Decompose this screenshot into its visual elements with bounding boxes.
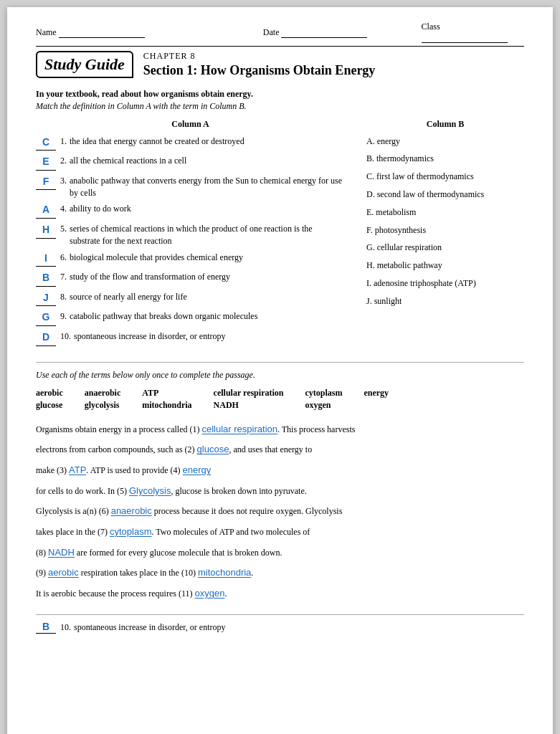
bottom-section: B 10. spontaneous increase in disorder, … xyxy=(36,614,524,634)
item-text-3: anabolic pathway that converts energy fr… xyxy=(70,175,345,199)
passage-s4-before: for cells to do work. In (5) xyxy=(36,486,129,496)
passage-instruction: Use each of the terms below only once to… xyxy=(36,370,524,381)
passage-text: Organisms obtain energy in a process cal… xyxy=(36,421,524,439)
passage-s2-before: electrons from carbon compounds, such as… xyxy=(36,444,197,454)
word-nadh: NADH xyxy=(214,400,284,411)
answer-4: A xyxy=(36,203,56,219)
col-b-item-c: C. first law of thermodynamics xyxy=(366,171,524,183)
item-text-7: study of the flow and transformation of … xyxy=(70,271,345,283)
passage-s5-after: process because it does not require oxyg… xyxy=(152,506,343,516)
item-num-8: 8. xyxy=(60,291,67,303)
list-item: H 5. series of chemical reactions in whi… xyxy=(36,223,345,247)
instruction-italic: Match the definition in Column A with th… xyxy=(36,101,524,112)
study-guide-box: Study Guide xyxy=(36,51,133,78)
item-num-5: 5. xyxy=(60,223,67,235)
item-text-10: spontaneous increase in disorder, or ent… xyxy=(74,330,345,343)
word-mitochondria: mitochondria xyxy=(142,400,191,411)
name-field: Name xyxy=(36,27,242,38)
item-num-9: 9. xyxy=(60,310,67,323)
name-label: Name xyxy=(36,27,57,37)
title-section: Study Guide CHAPTER 8 Section 1: How Org… xyxy=(36,51,524,79)
list-item: F 3. anabolic pathway that converts ener… xyxy=(36,175,345,199)
bottom-answer: B xyxy=(36,621,56,634)
passage-s6-before: takes place in the (7) xyxy=(36,527,110,537)
col-b-item-j: J. sunlight xyxy=(366,295,524,308)
passage-s3-before: make (3) xyxy=(36,465,69,475)
column-a-header: Column A xyxy=(36,119,345,130)
bottom-text: spontaneous increase in disorder, or ent… xyxy=(74,622,225,633)
study-guide-label: Study Guide xyxy=(44,55,125,73)
col-b-item-f: F. photosynthesis xyxy=(366,224,524,237)
passage-s8-mid: respiration takes place in the (10) xyxy=(79,568,198,578)
word-cytoplasm: cytoplasm xyxy=(305,388,342,399)
column-a: Column A C 1. the idea that energy canno… xyxy=(36,119,352,351)
answer-7: B xyxy=(36,271,56,287)
item-num-3: 3. xyxy=(60,175,67,187)
word-bank-col-2: anaerobic glycolysis xyxy=(85,388,120,411)
date-label: Date xyxy=(263,27,280,37)
item-text-6: biological molecule that provides chemic… xyxy=(70,252,345,264)
columns-container: Column A C 1. the idea that energy canno… xyxy=(36,119,524,351)
col-b-item-b: B. thermodynamics xyxy=(366,153,524,165)
word-glucose: glucose xyxy=(36,400,63,411)
word-bank-col-5: cytoplasm oxygen xyxy=(305,388,342,411)
passage-text-2: electrons from carbon compounds, such as… xyxy=(36,441,524,459)
passage-s1-before: Organisms obtain energy in a process cal… xyxy=(36,424,202,434)
column-b: Column B A. energy B. thermodynamics C. … xyxy=(352,119,524,351)
passage-s6-after: . Two molecules of ATP and two molecules… xyxy=(152,527,310,537)
answer-8: J xyxy=(36,291,56,307)
passage-answer-5: Glycolysis xyxy=(129,485,171,496)
word-energy: energy xyxy=(364,388,389,399)
passage-s3-mid: . ATP is used to provide (4) xyxy=(86,465,182,475)
word-bank-col-1: aerobic glucose xyxy=(36,388,63,411)
list-item: I 6. biological molecule that provides c… xyxy=(36,252,345,267)
item-num-4: 4. xyxy=(60,203,67,215)
answer-9: G xyxy=(36,310,56,326)
passage-s7-after: are formed for every glucose molecule th… xyxy=(75,548,283,558)
passage-answer-3: ATP xyxy=(69,464,86,475)
passage-text-8: (9) aerobic respiration takes place in t… xyxy=(36,564,524,582)
col-b-item-h: H. metabolic pathway xyxy=(366,259,524,272)
word-oxygen: oxygen xyxy=(305,400,342,411)
passage-s5-before: Glycolysis is a(n) (6) xyxy=(36,506,111,516)
passage-text-5: Glycolysis is a(n) (6) anaerobic process… xyxy=(36,502,524,520)
word-cellular-respiration: cellular respiration xyxy=(214,388,284,399)
item-text-9: catabolic pathway that breaks down organ… xyxy=(70,310,345,323)
passage-s8-after: . xyxy=(251,568,253,578)
divider-1 xyxy=(36,362,524,363)
date-field: Date xyxy=(263,27,407,38)
passage-answer-4: energy xyxy=(183,464,212,475)
passage-s7-before: (8) xyxy=(36,548,48,558)
item-num-7: 7. xyxy=(60,271,67,283)
col-b-item-i: I. adenosine triphosphate (ATP) xyxy=(366,277,524,290)
section-title: Section 1: How Organisms Obtain Energy xyxy=(143,63,376,79)
answer-10: D xyxy=(36,330,56,346)
passage-answer-1: cellular respiration xyxy=(202,424,278,434)
item-text-5: series of chemical reactions in which th… xyxy=(70,223,345,247)
list-item: G 9. catabolic pathway that breaks down … xyxy=(36,310,345,326)
passage-answer-10: mitochondria xyxy=(198,567,251,578)
list-item: A 4. ability to do work xyxy=(36,203,345,219)
word-bank-col-6: energy xyxy=(364,388,389,411)
passage-answer-11: oxygen xyxy=(194,588,224,599)
answer-3: F xyxy=(36,175,56,191)
item-num-10: 10. xyxy=(60,330,71,343)
passage-s8-before: (9) xyxy=(36,568,48,578)
word-aerobic: aerobic xyxy=(36,388,63,399)
col-b-item-e: E. metabolism xyxy=(366,206,524,219)
instruction-bold: In your textbook, read about how organis… xyxy=(36,89,524,100)
chapter-title: CHAPTER 8 Section 1: How Organisms Obtai… xyxy=(143,51,376,79)
passage-answer-7: cytoplasm xyxy=(110,526,152,537)
class-field: Class xyxy=(422,22,524,43)
class-label: Class xyxy=(422,22,440,32)
answer-1: C xyxy=(36,135,56,151)
passage-answer-2: glucose xyxy=(197,444,229,454)
passage-text-3: make (3) ATP. ATP is used to provide (4)… xyxy=(36,462,524,480)
col-b-item-d: D. second law of thermodynamics xyxy=(366,189,524,201)
column-b-header: Column B xyxy=(366,119,524,130)
page: Name Date Class Study Guide CHAPTER 8 Se… xyxy=(7,7,553,734)
list-item: E 2. all the chemical reactions in a cel… xyxy=(36,155,345,171)
word-glycolysis: glycolysis xyxy=(85,400,120,411)
passage-s4-after: , glucose is broken down into pyruvate. xyxy=(171,486,306,496)
list-item: B 7. study of the flow and transformatio… xyxy=(36,271,345,287)
